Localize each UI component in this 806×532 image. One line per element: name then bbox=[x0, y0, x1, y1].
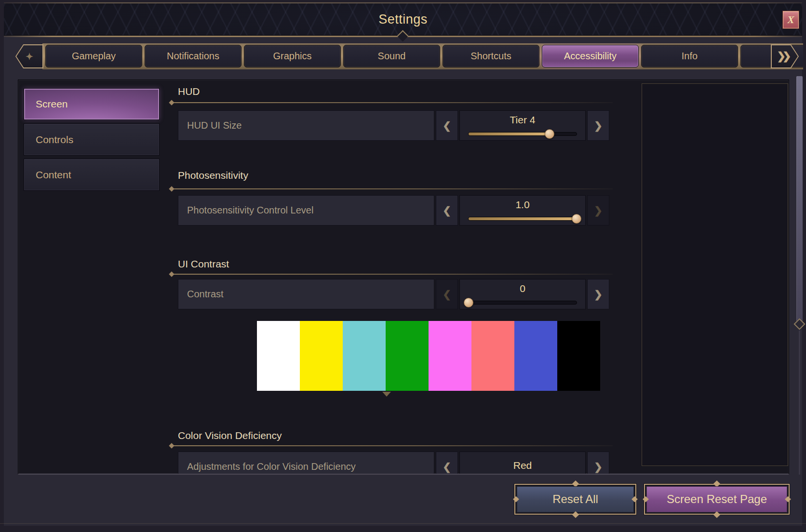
setting-label-photosensitivity: Photosensitivity Control Level bbox=[178, 195, 434, 226]
color-bar bbox=[429, 321, 471, 391]
decrease-button[interactable]: ❮ bbox=[436, 452, 458, 475]
section-title-hud: HUD bbox=[178, 86, 200, 97]
scrollbar-track-line bbox=[799, 331, 800, 475]
increase-button[interactable]: ❯ bbox=[587, 110, 609, 141]
increase-button[interactable]: ❯ bbox=[587, 279, 609, 309]
color-bar bbox=[386, 321, 429, 391]
sidebar-item-controls[interactable]: Controls bbox=[24, 123, 160, 156]
decrease-button[interactable]: ❮ bbox=[436, 110, 458, 141]
contrast-slider[interactable] bbox=[468, 301, 577, 305]
settings-window: Settings X ✦ Gameplay Notifications Grap… bbox=[0, 0, 806, 532]
value-box: Tier 4 bbox=[459, 110, 586, 141]
reset-all-label: Reset All bbox=[552, 492, 598, 506]
section-divider bbox=[171, 188, 613, 189]
sidebar-item-label: Controls bbox=[36, 134, 73, 146]
tab-notifications[interactable]: Notifications bbox=[145, 45, 242, 67]
sidebar-item-screen[interactable]: Screen bbox=[24, 88, 160, 120]
color-bar bbox=[257, 321, 300, 391]
value-box: 0 bbox=[459, 279, 586, 309]
photosensitivity-slider[interactable] bbox=[468, 217, 577, 221]
slider-handle[interactable] bbox=[572, 214, 581, 224]
chevron-right-icon: ❯ bbox=[594, 461, 603, 473]
setting-value: Tier 4 bbox=[460, 114, 585, 126]
scrollbar-thumb[interactable] bbox=[796, 76, 803, 323]
tab-gameplay[interactable]: Gameplay bbox=[45, 45, 142, 67]
color-bar bbox=[300, 321, 343, 391]
chevron-left-icon: ❮ bbox=[443, 205, 451, 216]
chevron-left-icon: ❮ bbox=[443, 289, 451, 300]
chevron-right-icon: ❯ bbox=[594, 289, 603, 300]
scroll-more-indicator bbox=[382, 392, 391, 397]
setting-label-cvd-adjustments: Adjustments for Color Vision Deficiency bbox=[178, 452, 434, 475]
slider-handle[interactable] bbox=[464, 298, 473, 307]
contrast-test-color-bars bbox=[257, 321, 600, 391]
increase-button[interactable]: ❯ bbox=[587, 195, 609, 226]
setting-value: 0 bbox=[460, 283, 585, 294]
button-ornament bbox=[785, 496, 791, 503]
tab-graphics[interactable]: Graphics bbox=[244, 45, 341, 67]
frame-bottom-line bbox=[0, 523, 806, 524]
chevron-right-icon: ❯ bbox=[594, 120, 603, 132]
button-ornament bbox=[631, 496, 638, 503]
decrease-button[interactable]: ❮ bbox=[436, 195, 458, 226]
sidebar-item-label: Content bbox=[36, 169, 71, 181]
color-bar bbox=[557, 321, 600, 391]
tabs-scroll-right-button[interactable]: ❯❯ bbox=[771, 44, 799, 68]
sidebar-item-content[interactable]: Content bbox=[24, 159, 160, 191]
value-box: Red bbox=[459, 452, 586, 475]
preview-pane bbox=[642, 83, 788, 466]
section-divider bbox=[171, 445, 613, 446]
reset-all-button[interactable]: Reset All bbox=[514, 484, 636, 515]
button-ornament bbox=[513, 496, 519, 503]
slider-handle[interactable] bbox=[545, 129, 554, 139]
section-title-cvd: Color Vision Deficiency bbox=[178, 430, 282, 441]
chevron-left-icon: ❮ bbox=[443, 461, 451, 473]
tab-sound[interactable]: Sound bbox=[343, 45, 440, 67]
screen-reset-page-button[interactable]: Screen Reset Page bbox=[644, 484, 790, 515]
close-icon: X bbox=[787, 14, 794, 26]
increase-button[interactable]: ❯ bbox=[587, 452, 609, 475]
color-bar bbox=[343, 321, 386, 391]
window-frame-bottom bbox=[0, 526, 806, 532]
close-button[interactable]: X bbox=[783, 11, 799, 28]
settings-panel: Screen Controls Content HUD HUD UI Size … bbox=[18, 80, 789, 475]
double-chevron-right-icon: ❯❯ bbox=[772, 45, 798, 67]
sidebar-item-label: Screen bbox=[36, 98, 68, 110]
setting-label-contrast: Contrast bbox=[178, 279, 434, 309]
decrease-button[interactable]: ❮ bbox=[436, 279, 458, 309]
chevron-left-icon: ❮ bbox=[443, 120, 451, 132]
tab-accessibility[interactable]: Accessibility bbox=[542, 45, 639, 67]
color-bar bbox=[514, 321, 557, 391]
screen-reset-page-label: Screen Reset Page bbox=[667, 492, 767, 506]
hud-ui-size-slider[interactable] bbox=[468, 132, 577, 136]
section-divider bbox=[171, 274, 613, 275]
nav-star-icon: ✦ bbox=[16, 45, 42, 67]
value-box: 1.0 bbox=[459, 195, 586, 226]
button-ornament bbox=[643, 496, 649, 503]
tab-bar: Gameplay Notifications Graphics Sound Sh… bbox=[42, 43, 803, 69]
tab-shortcuts[interactable]: Shortcuts bbox=[443, 45, 539, 67]
color-bar bbox=[471, 321, 514, 391]
tabs-scroll-left-button[interactable]: ✦ bbox=[15, 44, 43, 68]
section-title-photosensitivity: Photosensitivity bbox=[178, 170, 248, 181]
setting-value: Red bbox=[460, 460, 585, 471]
section-divider bbox=[171, 102, 613, 103]
setting-label-hud-ui-size: HUD UI Size bbox=[178, 110, 434, 141]
chevron-right-icon: ❯ bbox=[594, 205, 603, 216]
window-frame-right bbox=[802, 0, 806, 532]
setting-value: 1.0 bbox=[460, 199, 585, 211]
section-title-ui-contrast: UI Contrast bbox=[178, 258, 229, 270]
window-frame-left bbox=[0, 0, 4, 532]
tab-info[interactable]: Info bbox=[641, 45, 738, 67]
